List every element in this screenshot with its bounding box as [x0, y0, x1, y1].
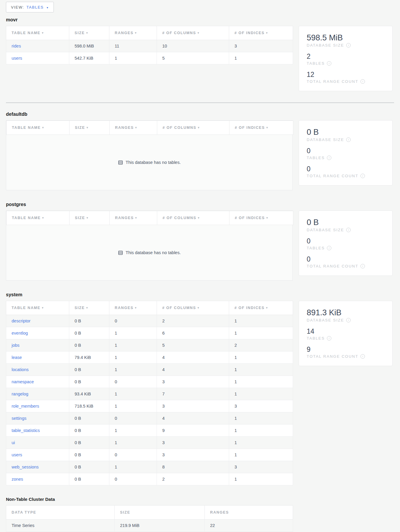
column-header-size[interactable]: SIZE▼: [69, 301, 109, 315]
column-header-size[interactable]: SIZE▼: [70, 211, 110, 225]
table-data-cell: 1: [229, 364, 293, 376]
column-header-label: TABLE NAME: [12, 31, 40, 35]
table-link[interactable]: locations: [12, 367, 29, 372]
column-header-table-name[interactable]: TABLE NAME▼: [7, 121, 70, 135]
info-icon[interactable]: i: [360, 174, 365, 178]
table-link[interactable]: lease: [12, 355, 22, 360]
info-icon[interactable]: i: [360, 79, 365, 84]
column-header-label: SIZE: [75, 216, 85, 220]
table-link[interactable]: settings: [12, 416, 26, 421]
non-table-header-row: DATA TYPESIZERANGES: [6, 506, 293, 520]
info-icon[interactable]: i: [360, 354, 365, 359]
column-header-table-name[interactable]: TABLE NAME▼: [6, 301, 69, 315]
stat-label-text: TOTAL RANGE COUNT: [307, 79, 358, 84]
table-link[interactable]: role_members: [12, 404, 39, 408]
table-link[interactable]: users: [12, 56, 22, 61]
column-header-of-columns[interactable]: # OF COLUMNS▼: [157, 26, 229, 40]
info-icon[interactable]: i: [346, 43, 351, 48]
column-header-ranges[interactable]: RANGES▼: [109, 301, 157, 315]
column-header-label: RANGES: [115, 216, 134, 220]
table-name-cell: locations: [6, 364, 69, 376]
stat-tables: 2TABLESi: [307, 53, 385, 66]
database-name-heading: system: [6, 292, 394, 298]
column-header-label: # OF COLUMNS: [162, 31, 196, 35]
table-link[interactable]: namespace: [12, 379, 34, 384]
stat-label-ranges: TOTAL RANGE COUNTi: [307, 264, 385, 268]
info-icon[interactable]: i: [360, 264, 365, 268]
column-header-table-name[interactable]: TABLE NAME▼: [6, 26, 69, 40]
table-data-cell: 3: [229, 400, 293, 412]
table-name-cell: jobs: [6, 339, 69, 352]
database-section-system: systemTABLE NAME▼SIZE▼RANGES▼# OF COLUMN…: [6, 292, 394, 485]
stat-ranges: 0TOTAL RANGE COUNTi: [307, 255, 385, 268]
stat-ranges: 12TOTAL RANGE COUNTi: [307, 71, 385, 84]
table-link[interactable]: table_statistics: [12, 428, 40, 433]
column-header-ranges[interactable]: RANGES▼: [109, 26, 157, 40]
sort-arrow-icon: ▼: [134, 306, 137, 309]
table-link[interactable]: web_sessions: [12, 465, 39, 469]
info-icon[interactable]: i: [346, 228, 351, 232]
table-name-cell: rides: [6, 40, 69, 52]
table-name-cell: ui: [6, 437, 69, 449]
database-section-body: TABLE NAME▼SIZE▼RANGES▼# OF COLUMNS▼# OF…: [6, 120, 394, 190]
database-name-heading: movr: [6, 17, 394, 23]
sort-arrow-icon: ▼: [42, 216, 44, 219]
table-row: eventlog0 B161: [6, 327, 293, 339]
column-header-table-name[interactable]: TABLE NAME▼: [7, 211, 70, 225]
table-link[interactable]: ui: [12, 440, 15, 445]
view-selector-dropdown[interactable]: VIEW: TABLES ▾: [6, 2, 54, 12]
info-icon[interactable]: i: [346, 137, 351, 142]
column-header-ranges[interactable]: RANGES▼: [110, 121, 157, 135]
stat-label-size: DATABASE SIZEi: [307, 43, 385, 48]
column-header-of-indices[interactable]: # OF INDICES▼: [229, 26, 293, 40]
table-name-cell: namespace: [6, 376, 69, 388]
sort-arrow-icon: ▼: [41, 31, 44, 34]
table-data-cell: 0 B: [69, 315, 109, 327]
info-icon[interactable]: i: [346, 318, 351, 322]
stat-value-tables: 14: [307, 327, 385, 335]
info-icon[interactable]: i: [327, 156, 331, 160]
column-header-label: TABLE NAME: [12, 306, 40, 310]
column-header-size[interactable]: SIZE▼: [70, 121, 110, 135]
table-data-cell: 1: [109, 388, 157, 400]
info-icon[interactable]: i: [327, 61, 331, 66]
column-header-of-indices[interactable]: # OF INDICES▼: [229, 121, 293, 135]
stat-label-tables: TABLESi: [307, 61, 385, 66]
table-data-cell: 10: [157, 40, 229, 52]
table-data-cell: 0 B: [69, 339, 109, 352]
stat-value-tables: 0: [307, 147, 385, 155]
column-header-ranges[interactable]: RANGES▼: [110, 211, 157, 225]
column-header-ranges[interactable]: RANGES: [205, 506, 293, 520]
column-header-of-columns[interactable]: # OF COLUMNS▼: [157, 211, 229, 225]
table-link[interactable]: zones: [12, 477, 23, 482]
table-data-cell: 1: [229, 376, 293, 388]
database-stats-card: 891.3 KiBDATABASE SIZEi14TABLESi9TOTAL R…: [299, 301, 393, 366]
column-header-label: # OF COLUMNS: [162, 306, 196, 310]
info-icon[interactable]: i: [327, 336, 331, 341]
column-header-of-indices[interactable]: # OF INDICES▼: [229, 211, 293, 225]
table-name-cell: role_members: [6, 400, 69, 412]
column-header-size[interactable]: SIZE: [115, 506, 205, 520]
table-data-cell: 0: [109, 376, 157, 388]
table-link[interactable]: users: [12, 452, 22, 457]
table-data-cell: 0 B: [69, 461, 109, 473]
table-link[interactable]: descriptor: [12, 319, 31, 323]
column-header-of-indices[interactable]: # OF INDICES▼: [229, 301, 293, 315]
section-divider: [6, 102, 394, 103]
column-header-data-type[interactable]: DATA TYPE: [6, 506, 115, 520]
column-header-of-columns[interactable]: # OF COLUMNS▼: [157, 301, 229, 315]
column-header-size[interactable]: SIZE▼: [69, 26, 109, 40]
column-header-of-columns[interactable]: # OF COLUMNS▼: [157, 121, 229, 135]
table-data-cell: 4: [157, 352, 229, 364]
table-link[interactable]: rangelog: [12, 392, 28, 396]
table-header-row: TABLE NAME▼SIZE▼RANGES▼# OF COLUMNS▼# OF…: [6, 301, 293, 315]
stat-label-text: TABLES: [307, 336, 325, 341]
table-link[interactable]: jobs: [12, 343, 20, 348]
stat-label-ranges: TOTAL RANGE COUNTi: [307, 354, 385, 359]
table-name-cell: table_statistics: [6, 425, 69, 437]
table-link[interactable]: eventlog: [12, 331, 28, 335]
table-link[interactable]: rides: [12, 44, 21, 48]
info-icon[interactable]: i: [327, 246, 331, 250]
table-data-cell: 0 B: [69, 449, 109, 461]
table-data-cell: 0 B: [69, 327, 109, 339]
